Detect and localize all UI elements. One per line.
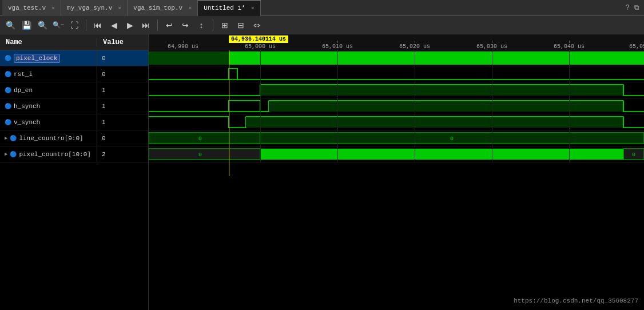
tab-vga-test-close[interactable]: ✕ [51, 5, 55, 11]
signal-label-dp-en: dp_en [14, 87, 33, 94]
window-icon[interactable]: ⧉ [634, 4, 639, 12]
waveform-row-line-countro: 0 0 [149, 130, 644, 146]
tab-vga-test[interactable]: vga_test.v ✕ [2, 0, 61, 16]
signal-icon-h-synch: 🔵 [5, 103, 11, 110]
signal-header-name: Name [0, 38, 97, 46]
add-marker-button[interactable]: ⊞ [218, 18, 232, 32]
waveform-row-pixel-clock [149, 50, 644, 66]
svg-rect-8 [269, 101, 623, 112]
signal-row-h-synch[interactable]: 🔵 h_synch 1 [0, 98, 148, 114]
signal-label-v-synch: v_synch [14, 119, 40, 126]
signal-name-line-countro: ▶ 🔵 line_countro[9:0] [0, 130, 97, 146]
search-button[interactable]: 🔍 [3, 18, 17, 32]
signal-icon-rst-i: 🔵 [5, 71, 11, 78]
time-tick-5: 65,040 us [554, 43, 585, 50]
help-icon[interactable]: ? [626, 4, 630, 12]
svg-rect-0 [229, 51, 644, 65]
time-tick-3: 65,020 us [399, 43, 430, 50]
svg-rect-14 [149, 133, 260, 144]
svg-rect-1 [149, 51, 229, 65]
expand-pixel-countro-icon[interactable]: ▶ [5, 151, 7, 157]
signal-icon-v-synch: 🔵 [5, 119, 11, 126]
time-tick-6: 65,050 us [629, 43, 644, 50]
signal-label-h-synch: h_synch [14, 103, 40, 110]
redo-button[interactable]: ↪ [178, 18, 192, 32]
tab-my-vga-syn-close[interactable]: ✕ [118, 5, 121, 11]
waveform-svg-line-countro: 0 0 [149, 130, 644, 146]
cursor-label: 64,936.140114 us [229, 35, 288, 43]
signal-rows: 🔵 pixel_clock 0 🔵 rst_i 0 🔵 dp_en [0, 50, 148, 310]
time-tick-4: 65,030 us [476, 43, 507, 50]
toolbar-sep-3 [213, 19, 213, 31]
signal-name-h-synch: 🔵 h_synch [0, 98, 97, 114]
signal-row-pixel-clock[interactable]: 🔵 pixel_clock 0 [0, 50, 148, 66]
tab-bar: vga_test.v ✕ my_vga_syn.v ✕ vga_sim_top.… [0, 0, 644, 16]
waveform-rows: 0 0 0 0 [149, 50, 644, 162]
go-end-button[interactable]: ⏭ [139, 18, 153, 32]
undo-button[interactable]: ↩ [162, 18, 176, 32]
tab-bar-actions: ? ⧉ [626, 4, 644, 12]
watermark: https://blog.csdn.net/qq_35608277 [514, 297, 638, 304]
signal-value-pixel-countro: 2 [97, 146, 106, 162]
waveform-area[interactable]: 64,936.140114 us 64,990 us 65,000 us 65,… [149, 34, 644, 310]
zoom-in-button[interactable]: 🔍 [35, 18, 49, 32]
signal-value-line-countro: 0 [97, 130, 106, 146]
tab-vga-sim-top-close[interactable]: ✕ [188, 5, 192, 11]
signal-value-pixel-clock: 0 [97, 50, 106, 66]
signal-name-dp-en: 🔵 dp_en [0, 82, 97, 98]
signal-icon-pixel-clock: 🔵 [5, 55, 11, 62]
waveform-svg-dp-en [149, 82, 644, 98]
signal-header-value: Value [97, 38, 124, 46]
signal-value-h-synch: 1 [97, 98, 106, 114]
zoom-out-button[interactable]: 🔍− [51, 18, 65, 32]
signal-row-v-synch[interactable]: 🔵 v_synch 1 [0, 114, 148, 130]
signal-header: Name Value [0, 34, 148, 50]
waveform-svg-v-synch [149, 114, 644, 130]
tab-untitled1[interactable]: Untitled 1* ✕ [198, 0, 261, 16]
signal-icon-line-countro: 🔵 [10, 135, 17, 142]
waveform-row-dp-en [149, 82, 644, 98]
waveform-svg-pixel-clock [149, 50, 644, 66]
signal-row-line-countro[interactable]: ▶ 🔵 line_countro[9:0] 0 [0, 130, 148, 146]
next-edge-button[interactable]: ▶ [123, 18, 137, 32]
tab-vga-sim-top-label: vga_sim_top.v [133, 5, 182, 11]
waveform-row-v-synch [149, 114, 644, 130]
remove-marker-button[interactable]: ⊟ [234, 18, 248, 32]
tab-vga-test-label: vga_test.v [8, 5, 46, 11]
signal-panel: Name Value 🔵 pixel_clock 0 🔵 rst_i 0 [0, 34, 149, 310]
fit-button[interactable]: ⛶ [67, 18, 81, 32]
waveform-svg-pixel-countro: 0 0 [149, 146, 644, 162]
expand-button[interactable]: ↕ [194, 18, 208, 32]
svg-rect-12 [246, 117, 623, 128]
prev-edge-button[interactable]: ◀ [107, 18, 121, 32]
grid-line-2 [415, 50, 415, 162]
signal-value-rst-i: 0 [97, 66, 106, 82]
toolbar-sep-1 [86, 19, 86, 31]
signal-icon-pixel-countro: 🔵 [10, 151, 17, 158]
signal-label-line-countro: line_countro[9:0] [19, 135, 83, 142]
save-button[interactable]: 💾 [19, 18, 33, 32]
cursor-line [229, 50, 229, 176]
toolbar-sep-2 [157, 19, 158, 31]
tab-vga-sim-top[interactable]: vga_sim_top.v ✕ [128, 0, 198, 16]
svg-text:0: 0 [632, 152, 635, 158]
signal-value-dp-en: 1 [97, 82, 106, 98]
tab-untitled1-close[interactable]: ✕ [251, 5, 255, 11]
go-start-button[interactable]: ⏮ [91, 18, 105, 32]
signal-icon-dp-en: 🔵 [5, 87, 11, 94]
tab-my-vga-syn[interactable]: my_vga_syn.v ✕ [61, 0, 128, 16]
waveform-row-rst-i [149, 66, 644, 82]
expand-line-countro-icon[interactable]: ▶ [5, 135, 7, 141]
signal-name-pixel-clock: 🔵 pixel_clock [0, 50, 97, 66]
grid-line-4 [569, 50, 570, 162]
signal-row-pixel-countro[interactable]: ▶ 🔵 pixel_countro[10:0] 2 [0, 146, 148, 162]
align-button[interactable]: ⇔ [250, 18, 264, 32]
signal-label-pixel-clock: pixel_clock [14, 54, 60, 63]
signal-value-v-synch: 1 [97, 114, 106, 130]
signal-row-rst-i[interactable]: 🔵 rst_i 0 [0, 66, 148, 82]
time-tick-1: 65,000 us [245, 43, 276, 50]
svg-text:0: 0 [198, 136, 202, 142]
waveform-row-pixel-countro: 0 0 [149, 146, 644, 162]
signal-row-dp-en[interactable]: 🔵 dp_en 1 [0, 82, 148, 98]
waveform-row-h-synch [149, 98, 644, 114]
